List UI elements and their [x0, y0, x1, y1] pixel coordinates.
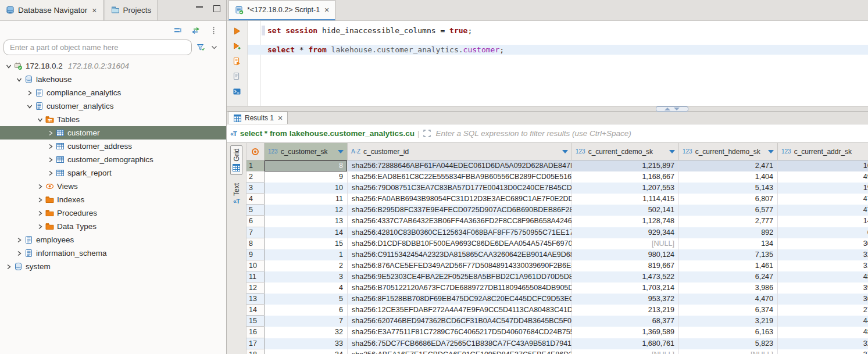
row-number[interactable]: 9: [247, 249, 265, 260]
tab-projects[interactable]: Projects: [105, 0, 158, 20]
cell-c_customer_id[interactable]: sha256:D1CDF8DBB10F500EA9693C86DE6DEAA05…: [348, 238, 572, 249]
tree-item-customer-address[interactable]: customer_address: [0, 140, 226, 153]
chevron-closed-icon[interactable]: [47, 169, 55, 177]
cell-c_customer_sk[interactable]: 11: [265, 194, 348, 205]
cell-c_customer_id[interactable]: sha256:E3A77511F81C7289C76C4065217D5D406…: [348, 327, 572, 338]
cell-c_current_cdemo_sk[interactable]: 502,141: [572, 205, 679, 216]
explain-icon[interactable]: [231, 70, 244, 83]
chevron-closed-icon[interactable]: [15, 236, 23, 244]
tree-item-customer[interactable]: customer: [0, 126, 226, 140]
cell-c_customer_id[interactable]: sha256:42810C83B0360CE125634F068BAF8FF75…: [348, 227, 572, 238]
row-number[interactable]: 13: [247, 294, 265, 305]
chevron-closed-icon[interactable]: [36, 223, 44, 231]
grid-corner-cell[interactable]: [247, 143, 265, 160]
cell-c_customer_id[interactable]: sha256:EAD8E61C8C22E555834FBBA9B60556CB2…: [348, 171, 572, 183]
execute-icon[interactable]: [231, 24, 244, 37]
collapse-down-icon[interactable]: [674, 108, 680, 110]
tree-item-employees[interactable]: employees: [0, 233, 226, 246]
chevron-closed-icon[interactable]: [36, 183, 44, 191]
cell-c_customer_sk[interactable]: 4: [265, 283, 348, 294]
link-editor-icon[interactable]: [191, 26, 200, 35]
tab-database-navigator[interactable]: Database Navigator ×: [0, 0, 103, 20]
row-number[interactable]: 3: [247, 183, 265, 194]
column-header-c_current_hdemo_sk[interactable]: 123c_current_hdemo_sk: [679, 143, 778, 160]
cell-c_current_cdemo_sk[interactable]: 1,369,589: [572, 327, 679, 338]
chevron-open-icon[interactable]: [15, 76, 23, 84]
cell-c_current_hdemo_sk[interactable]: 7,135: [679, 249, 778, 260]
chevron-open-icon[interactable]: [36, 116, 44, 124]
cell-c_current_addr_sk[interactable]: 49,38: [778, 171, 868, 183]
cell-c_current_cdemo_sk[interactable]: 1,114,415: [572, 194, 679, 205]
side-tab-text[interactable]: Text «T: [231, 181, 242, 207]
chevron-open-icon[interactable]: [26, 102, 34, 110]
cell-c_customer_id[interactable]: sha256:75DC7FCB6686EDA72565C1B838CA7FC43…: [348, 338, 572, 349]
cell-c_current_hdemo_sk[interactable]: [NULL]: [679, 349, 778, 354]
expand-icon[interactable]: [423, 129, 431, 138]
cell-c_current_cdemo_sk[interactable]: 68,377: [572, 316, 679, 327]
cell-c_current_addr_sk[interactable]: 47,99: [778, 194, 868, 205]
cell-c_current_addr_sk[interactable]: 36,36: [778, 294, 868, 305]
cell-c_customer_sk[interactable]: 12: [265, 205, 348, 216]
chevron-closed-icon[interactable]: [5, 263, 13, 271]
cell-c_current_addr_sk[interactable]: 32,43: [778, 338, 868, 349]
chevron-closed-icon[interactable]: [36, 196, 44, 204]
close-icon[interactable]: ×: [278, 113, 283, 123]
editor-results-splitter[interactable]: [227, 106, 868, 112]
cell-c_current_hdemo_sk[interactable]: 6,374: [679, 305, 778, 316]
tree-item-views[interactable]: Views: [0, 180, 226, 193]
row-number[interactable]: 15: [247, 316, 265, 327]
object-filter-input[interactable]: [3, 40, 192, 55]
row-number[interactable]: 1: [247, 160, 265, 171]
cell-c_customer_sk[interactable]: 8: [265, 160, 348, 171]
execute-script-icon[interactable]: [231, 55, 244, 67]
cell-c_current_addr_sk[interactable]: 39,55: [778, 283, 868, 294]
side-tab-grid[interactable]: Grid: [230, 145, 242, 175]
row-number[interactable]: 5: [247, 205, 265, 216]
cell-c_current_hdemo_sk[interactable]: 5,143: [679, 183, 778, 194]
cell-c_current_cdemo_sk[interactable]: 929,344: [572, 227, 679, 238]
cell-c_customer_id[interactable]: sha256:FA0ABB6943B98054FC31D12D3E3AEC689…: [348, 194, 572, 205]
cell-c_current_cdemo_sk[interactable]: 1,207,553: [572, 183, 679, 194]
execute-new-tab-icon[interactable]: [231, 40, 244, 52]
tree-item-data-types[interactable]: Data Types: [0, 220, 226, 233]
cell-c_customer_id[interactable]: sha256:4337C7AB6432E3B06FF4A3636FD2F8CC8…: [348, 216, 572, 227]
chevron-closed-icon[interactable]: [47, 129, 55, 137]
cell-c_current_hdemo_sk[interactable]: 134: [679, 238, 778, 249]
minimize-icon[interactable]: [196, 5, 203, 12]
column-header-c_customer_sk[interactable]: 123c_customer_sk: [265, 143, 348, 160]
chevron-closed-icon[interactable]: [47, 142, 55, 151]
chevron-closed-icon[interactable]: [26, 89, 34, 97]
results-filter-placeholder[interactable]: Enter a SQL expression to filter results…: [436, 129, 631, 138]
cell-c_current_addr_sk[interactable]: 31,65: [778, 260, 868, 271]
column-filter-icon[interactable]: [768, 150, 774, 153]
tab-sql-script[interactable]: *<172.18.0.2> Script-1 ×: [228, 0, 335, 20]
cell-c_current_addr_sk[interactable]: 14,00: [778, 216, 868, 227]
row-number[interactable]: 8: [247, 238, 265, 249]
column-header-c_customer_id[interactable]: A-Zc_customer_id: [348, 143, 572, 160]
cell-c_current_hdemo_sk[interactable]: 3,219: [679, 316, 778, 327]
row-number[interactable]: 14: [247, 305, 265, 316]
cell-c_customer_id[interactable]: sha256:ABEA16E7E1ECBDCA6E01CE1095D84E37C…: [348, 349, 572, 354]
row-number[interactable]: 6: [247, 216, 265, 227]
cell-c_current_cdemo_sk[interactable]: 1,168,667: [572, 171, 679, 183]
cell-c_current_hdemo_sk[interactable]: 4,470: [679, 294, 778, 305]
row-number[interactable]: 10: [247, 260, 265, 271]
tree-item-compliance-analytics[interactable]: compliance_analytics: [0, 86, 226, 99]
cell-c_current_addr_sk[interactable]: 19,58: [778, 183, 868, 194]
maximize-icon[interactable]: [213, 5, 220, 12]
tree-item-procedures[interactable]: Procedures: [0, 206, 226, 220]
tree-item-spark-report[interactable]: spark_report: [0, 166, 226, 180]
cell-c_customer_id[interactable]: sha256:C9115342454A2323DA815865CAA326064…: [348, 249, 572, 260]
cell-c_current_hdemo_sk[interactable]: 2,471: [679, 160, 778, 171]
menu-dots-icon[interactable]: [209, 26, 218, 35]
cell-c_current_addr_sk[interactable]: 37,50: [778, 349, 868, 354]
cell-c_customer_sk[interactable]: 6: [265, 305, 348, 316]
tree-item-customer-demographics[interactable]: customer_demographics: [0, 153, 226, 166]
cell-c_current_addr_sk[interactable]: 27,08: [778, 305, 868, 316]
cell-c_current_addr_sk[interactable]: 16,59: [778, 160, 868, 171]
row-number[interactable]: 11: [247, 271, 265, 283]
cell-c_customer_sk[interactable]: 13: [265, 216, 348, 227]
row-number[interactable]: 12: [247, 283, 265, 294]
column-header-c_current_addr_sk[interactable]: 123c_current_addr_sk: [778, 143, 868, 160]
cell-c_current_cdemo_sk[interactable]: [NULL]: [572, 349, 679, 354]
